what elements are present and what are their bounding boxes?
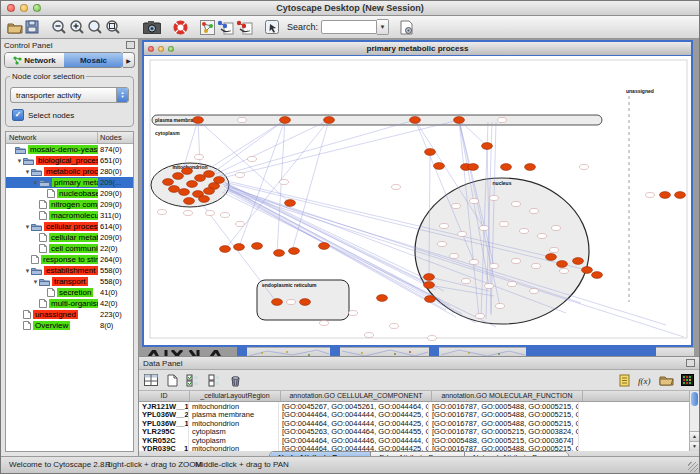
graph-node[interactable] bbox=[500, 222, 509, 227]
graph-node-selected[interactable] bbox=[173, 173, 184, 180]
graph-node[interactable] bbox=[462, 279, 471, 284]
background-window-preview[interactable] bbox=[439, 347, 526, 356]
graph-node[interactable] bbox=[349, 311, 358, 316]
graph-node-selected[interactable] bbox=[285, 200, 296, 207]
table-column-header[interactable]: _cellularLayoutRegion bbox=[190, 391, 281, 401]
graph-node-selected[interactable] bbox=[319, 243, 330, 250]
background-window-preview[interactable] bbox=[656, 347, 694, 356]
table-column-header[interactable]: annotation.GO CELLULAR_COMPONENT bbox=[281, 391, 432, 401]
graph-node[interactable] bbox=[221, 213, 230, 218]
background-window-glyphs[interactable] bbox=[142, 347, 237, 356]
graph-node[interactable] bbox=[496, 304, 505, 309]
table-row[interactable]: YLR295Ccytoplasm[GO:0045263, GO:0044464,… bbox=[139, 428, 689, 437]
graph-node[interactable] bbox=[428, 336, 437, 341]
graph-node[interactable] bbox=[560, 269, 569, 274]
attribute-notes-icon[interactable] bbox=[616, 373, 632, 388]
table-row[interactable]: YPL036W__1mitochondrion[GO:0044464, GO:0… bbox=[139, 419, 689, 428]
graph-node[interactable] bbox=[580, 165, 589, 170]
graph-node[interactable] bbox=[485, 284, 494, 289]
tree-row[interactable]: ▼metabolic process280(0) bbox=[6, 166, 133, 177]
graph-node-selected[interactable] bbox=[204, 188, 215, 195]
delete-attribute-icon[interactable] bbox=[227, 373, 243, 388]
graph-node-selected[interactable] bbox=[187, 181, 198, 188]
snapshot-icon[interactable] bbox=[143, 18, 161, 36]
graph-node-selected[interactable] bbox=[434, 163, 445, 170]
graph-node-selected[interactable] bbox=[179, 189, 190, 196]
graph-node-selected[interactable] bbox=[274, 250, 285, 257]
graph-node-selected[interactable] bbox=[182, 168, 193, 175]
graph-node-selected[interactable] bbox=[234, 244, 245, 251]
network-view-window[interactable]: primary metabolic process plasm bbox=[142, 40, 693, 347]
scrollbar-thumb[interactable] bbox=[691, 392, 698, 406]
tree-row[interactable]: secretion41(0) bbox=[6, 287, 133, 298]
float-panel-icon[interactable] bbox=[126, 41, 135, 49]
graph-node[interactable] bbox=[532, 264, 541, 269]
graph-node-selected[interactable] bbox=[592, 272, 603, 279]
tree-column-nodes[interactable]: Nodes bbox=[98, 132, 133, 143]
graph-node[interactable] bbox=[470, 260, 479, 265]
formula-icon[interactable]: f(x) bbox=[637, 373, 653, 388]
select-nodes-checkbox[interactable]: ✓ bbox=[12, 109, 24, 121]
tree-row[interactable]: cell communicat22(0) bbox=[6, 243, 133, 254]
tree-row[interactable]: cellular metabol209(0) bbox=[6, 232, 133, 243]
graph-node[interactable] bbox=[470, 199, 479, 204]
graph-node[interactable] bbox=[550, 248, 559, 253]
graph-node[interactable] bbox=[480, 226, 489, 231]
graph-node-selected[interactable] bbox=[573, 258, 584, 265]
table-column-header[interactable]: ID bbox=[139, 391, 190, 401]
graph-node-selected[interactable] bbox=[193, 117, 204, 124]
tree-expander-icon[interactable]: ▼ bbox=[32, 279, 39, 285]
graph-node[interactable] bbox=[320, 321, 329, 326]
attribute-checklist-icon[interactable] bbox=[185, 373, 201, 388]
background-window-preview[interactable] bbox=[247, 347, 330, 356]
tree-row[interactable]: unassigned223(0) bbox=[6, 309, 133, 320]
graph-node-selected[interactable] bbox=[660, 192, 671, 199]
graph-node[interactable] bbox=[365, 333, 374, 338]
tree-expander-icon[interactable]: ▼ bbox=[24, 224, 31, 230]
graph-node[interactable] bbox=[238, 118, 247, 123]
graph-node[interactable] bbox=[440, 224, 449, 229]
graph-node-selected[interactable] bbox=[280, 117, 291, 124]
tree-row[interactable]: ▼cellular process614(0) bbox=[6, 221, 133, 232]
heatmap-icon[interactable] bbox=[679, 373, 695, 388]
graph-node[interactable] bbox=[236, 222, 245, 227]
background-window-edge[interactable] bbox=[429, 347, 439, 356]
help-icon[interactable] bbox=[173, 18, 188, 36]
graph-node[interactable] bbox=[552, 226, 561, 231]
tree-expander-icon[interactable]: ▼ bbox=[24, 268, 31, 274]
graph-node-selected[interactable] bbox=[184, 198, 195, 205]
graph-node-selected[interactable] bbox=[501, 164, 512, 171]
graph-node-selected[interactable] bbox=[252, 243, 263, 250]
tree-row[interactable]: ▼biological_process651(0) bbox=[6, 155, 133, 166]
graph-node[interactable] bbox=[520, 229, 529, 234]
graph-node-selected[interactable] bbox=[272, 299, 283, 306]
graph-node[interactable] bbox=[392, 185, 401, 190]
graph-node[interactable] bbox=[248, 157, 257, 162]
tree-row[interactable]: ▼primary metabo209(... bbox=[6, 177, 133, 188]
import-attributes-icon[interactable] bbox=[658, 373, 674, 388]
graph-node-selected[interactable] bbox=[482, 143, 493, 150]
graph-node-selected[interactable] bbox=[324, 117, 335, 124]
graph-node-selected[interactable] bbox=[582, 267, 593, 274]
zoom-fit-icon[interactable] bbox=[87, 18, 103, 36]
tree-row[interactable]: nitrogen compo209(0) bbox=[6, 199, 133, 210]
table-row[interactable]: YPL036W__2plasma membrane[GO:0044464, GO… bbox=[139, 411, 689, 420]
table-column-header[interactable]: annotation.GO MOLECULAR_FUNCTION bbox=[432, 391, 583, 401]
graph-node[interactable] bbox=[458, 232, 467, 237]
background-window-edge[interactable] bbox=[237, 347, 247, 356]
unselect-attributes-icon[interactable] bbox=[206, 373, 222, 388]
tree-column-network[interactable]: Network bbox=[6, 132, 98, 143]
open-icon[interactable] bbox=[7, 18, 23, 36]
background-window-edge[interactable] bbox=[330, 347, 340, 356]
graph-node[interactable] bbox=[508, 282, 517, 287]
graph-node-selected[interactable] bbox=[525, 164, 536, 171]
graph-node-selected[interactable] bbox=[424, 282, 435, 289]
tree-row[interactable]: nucleobase-209(0) bbox=[6, 188, 133, 199]
graph-node-selected[interactable] bbox=[557, 261, 568, 268]
table-row[interactable]: YKR052Ccytoplasm[GO:0044464, GO:0044446,… bbox=[139, 436, 689, 445]
graph-node[interactable] bbox=[490, 196, 499, 201]
graph-node[interactable] bbox=[206, 211, 215, 216]
tab-network[interactable]: Network bbox=[5, 53, 64, 67]
network-canvas[interactable]: plasma membrane cytoplasm mitochondrion … bbox=[144, 56, 691, 345]
graph-node[interactable] bbox=[158, 210, 167, 215]
